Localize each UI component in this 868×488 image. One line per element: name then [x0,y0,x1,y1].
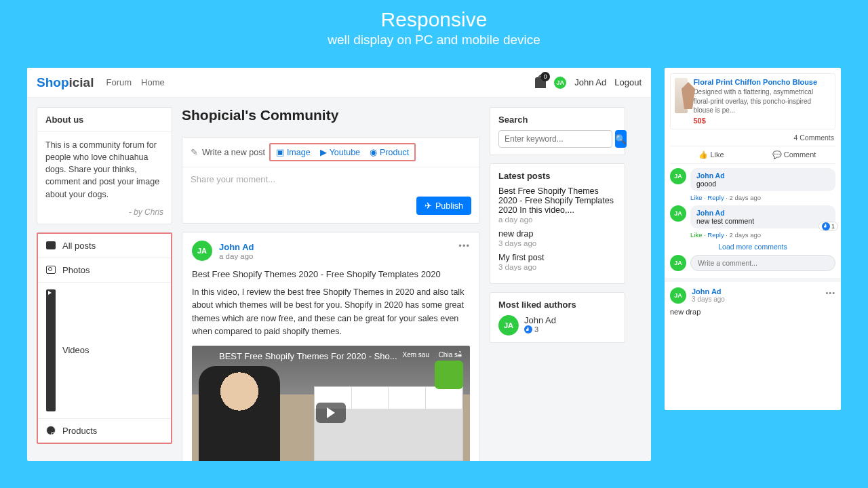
product-icon: P [46,426,56,435]
post-time: 3 days ago [692,296,725,303]
comment-button[interactable]: 💬 Comment [753,146,835,163]
post-author[interactable]: John Ad [692,287,725,296]
comment-text: goood [696,180,829,188]
latest-item[interactable]: Best Free Shopify Themes 2020 - Free Sho… [498,186,616,215]
post-time: a day ago [219,252,254,260]
comments-count[interactable]: 4 Comments [671,134,834,142]
product-image [675,78,688,113]
about-heading: About us [37,108,172,132]
comment-text: new test comment [696,217,829,225]
comment-time: 2 days ago [730,194,761,201]
logout-link[interactable]: Logout [614,77,642,87]
composer-card: ✎ Write a new post ▣ Image ▶ Youtube ◉ P… [182,137,480,224]
notification-badge: 0 [540,72,550,81]
comment-like[interactable]: Like [690,231,702,239]
cat-photos[interactable]: Photos [38,258,171,283]
post-avatar[interactable]: JA [192,241,212,261]
comment-reply[interactable]: Reply [707,231,724,239]
post-menu-icon[interactable]: ••• [825,289,835,297]
comment-reply[interactable]: Reply [707,194,724,201]
product-name[interactable]: Floral Print Chiffon Poncho Blouse [693,78,831,86]
video-embed[interactable]: BEST Free Shopify Themes For 2020 - Sho.… [192,346,470,462]
folder-icon [46,241,56,249]
cat-products[interactable]: PProducts [38,419,171,443]
latest-item[interactable]: My first post [498,253,616,262]
search-input[interactable] [498,130,612,148]
comment-like[interactable]: Like [690,194,702,201]
avatar[interactable]: JA [554,77,566,89]
nav-home[interactable]: Home [141,77,165,87]
about-author: - by Chris [37,207,172,224]
liked-heading: Most liked authors [498,300,616,310]
cat-videos[interactable]: Videos [38,283,171,419]
comment-bubble: John Ad goood [690,168,835,191]
comment-input[interactable] [690,255,835,271]
product-price: 50$ [693,117,831,125]
comment-author[interactable]: John Ad [696,171,829,180]
comment-avatar[interactable]: JA [670,168,686,184]
post-text: new drap [670,308,835,316]
like-icon [822,222,830,230]
liked-authors-card: Most liked authors JA John Ad 3 [490,292,625,343]
brand-logo[interactable]: Shopicial [37,75,94,90]
page-title: Shopicial's Community [182,107,480,123]
feed-post: JA John Ad a day ago ••• Best Free Shopi… [182,232,480,461]
nav-forum[interactable]: Forum [106,77,132,87]
topbar: Shopicial Forum Home 0 JA John Ad Logout [27,68,651,98]
my-avatar: JA [670,255,686,271]
like-icon [524,325,532,333]
cat-all-posts[interactable]: All posts [38,234,171,258]
attach-image[interactable]: ▣ Image [276,147,311,157]
promo-title: Responsive [0,8,868,31]
shopify-logo-icon [435,361,463,389]
play-icon[interactable] [316,403,346,423]
watch-later-label[interactable]: Xem sau [403,351,429,359]
like-count: 3 [524,325,538,333]
post-menu-icon[interactable]: ••• [458,241,470,251]
load-more-comments[interactable]: Load more comments [670,243,835,251]
publish-button[interactable]: ✈ Publish [416,197,471,215]
video-thumbs [314,386,463,461]
about-text: This is a community forum for people who… [37,132,172,207]
mobile-frame: Floral Print Chiffon Poncho Blouse Desig… [665,68,841,410]
comment-bubble: John Ad new test comment 1 [690,205,835,228]
attach-product[interactable]: ◉ Product [370,147,409,157]
search-button[interactable]: 🔍 [615,130,627,148]
post-title: Best Free Shopify Themes 2020 - Free Sho… [192,269,470,279]
like-button[interactable]: 👍 Like [670,146,753,163]
composer-input[interactable]: Share your moment... [182,167,479,191]
post-author[interactable]: John Ad [219,242,254,252]
current-user[interactable]: John Ad [574,77,606,87]
category-list: All posts Photos Videos PProducts [37,232,172,444]
search-card: Search 🔍 [490,107,625,155]
video-icon [46,289,56,411]
search-heading: Search [498,115,616,125]
latest-item[interactable]: new drap [498,229,616,239]
comment-like-badge: 1 [818,222,838,231]
share-label[interactable]: Chia sẻ [439,351,462,359]
mobile-post: JA John Ad 3 days ago ••• new drap [665,278,841,316]
video-person [199,366,280,462]
author-name[interactable]: John Ad [524,315,556,325]
pencil-icon: ✎ [191,147,198,157]
product-card[interactable]: Floral Print Chiffon Poncho Blouse Desig… [670,73,835,129]
about-card: About us This is a community forum for p… [37,107,172,224]
latest-heading: Latest posts [498,171,616,181]
photo-icon [46,266,56,274]
attach-group: ▣ Image ▶ Youtube ◉ Product [269,143,416,161]
latest-posts-card: Latest posts Best Free Shopify Themes 20… [490,163,625,284]
product-desc: Designed with a flattering, asymmetrical… [693,87,831,115]
comment-time: 2 days ago [730,231,761,239]
post-avatar[interactable]: JA [670,287,686,304]
attach-youtube[interactable]: ▶ Youtube [320,147,360,157]
video-title: BEST Free Shopify Themes For 2020 - Sho.… [219,351,397,361]
promo-subtitle: well display on PC and mobile device [0,33,868,47]
post-body: In this video, I review the best free Sh… [192,286,470,339]
write-post-label[interactable]: Write a new post [202,148,265,157]
author-avatar[interactable]: JA [498,315,519,336]
comment-author[interactable]: John Ad [696,209,829,217]
notification-icon[interactable]: 0 [535,77,546,88]
desktop-frame: Shopicial Forum Home 0 JA John Ad Logout… [27,68,651,461]
comment-avatar[interactable]: JA [670,205,686,222]
